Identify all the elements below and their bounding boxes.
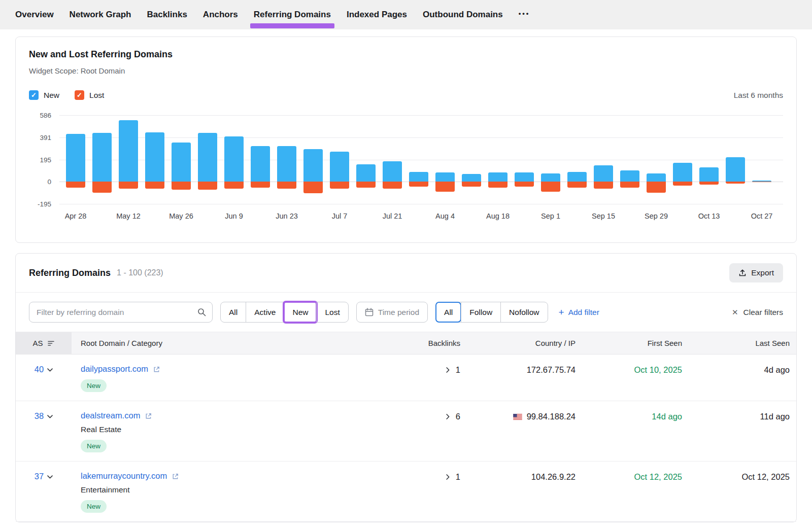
bar-group[interactable]: Aug 4: [435, 115, 455, 204]
search-icon[interactable]: [197, 308, 206, 316]
tab-indexed-pages[interactable]: Indexed Pages: [347, 0, 407, 29]
bar-group[interactable]: [567, 115, 587, 204]
as-cell[interactable]: 38: [16, 411, 72, 421]
domain-link[interactable]: lakemurraycountry.com: [81, 471, 167, 481]
bar-group[interactable]: Sep 15: [594, 115, 613, 204]
new-bar[interactable]: [356, 164, 376, 182]
follow-option-all[interactable]: All: [436, 302, 461, 322]
bar-group[interactable]: Jul 7: [330, 115, 349, 204]
lost-bar[interactable]: [277, 182, 296, 189]
legend-item-lost[interactable]: ✓ Lost: [75, 90, 104, 100]
lost-bar[interactable]: [66, 182, 85, 187]
new-bar[interactable]: [620, 170, 639, 182]
status-option-all[interactable]: All: [221, 302, 246, 322]
new-bar[interactable]: [172, 143, 191, 182]
lost-bar[interactable]: [198, 182, 217, 190]
export-button[interactable]: Export: [729, 263, 783, 282]
lost-bar[interactable]: [620, 182, 639, 187]
new-bar[interactable]: [567, 172, 587, 182]
bar-group[interactable]: Jun 23: [277, 115, 296, 204]
bar-group[interactable]: [409, 115, 428, 204]
tab-backlinks[interactable]: Backlinks: [147, 0, 187, 29]
follow-option-nofollow[interactable]: Nofollow: [500, 302, 547, 322]
lost-bar[interactable]: [594, 182, 613, 188]
new-bar[interactable]: [224, 136, 244, 182]
legend-item-new[interactable]: ✓ New: [29, 90, 59, 100]
bar-group[interactable]: [620, 115, 639, 204]
new-bar[interactable]: [409, 172, 428, 182]
bar-group[interactable]: Sep 29: [647, 115, 666, 204]
bar-group[interactable]: [515, 115, 534, 204]
lost-bar[interactable]: [541, 182, 560, 192]
chevron-right-icon[interactable]: [446, 474, 450, 480]
lost-bar[interactable]: [699, 182, 719, 185]
new-bar[interactable]: [488, 172, 507, 182]
new-bar[interactable]: [594, 165, 613, 182]
bar-group[interactable]: Apr 28: [66, 115, 85, 204]
add-filter-button[interactable]: + Add filter: [559, 307, 599, 317]
domain-filter-input[interactable]: [37, 308, 197, 317]
tab-overview[interactable]: Overview: [15, 0, 54, 29]
lost-bar[interactable]: [330, 182, 349, 189]
status-option-active[interactable]: Active: [246, 302, 284, 322]
lost-bar[interactable]: [726, 182, 745, 184]
bar-group[interactable]: [462, 115, 481, 204]
bar-group[interactable]: May 26: [172, 115, 191, 204]
lost-bar[interactable]: [356, 182, 376, 188]
tab-network-graph[interactable]: Network Graph: [70, 0, 131, 29]
new-bar[interactable]: [198, 133, 217, 182]
lost-bar[interactable]: [145, 182, 164, 189]
status-option-new[interactable]: New: [284, 302, 316, 322]
new-bar[interactable]: [647, 173, 666, 182]
as-cell[interactable]: 37: [16, 471, 72, 481]
lost-bar[interactable]: [752, 182, 771, 182]
bar-group[interactable]: [92, 115, 112, 204]
bar-group[interactable]: [726, 115, 745, 204]
lost-bar[interactable]: [172, 182, 191, 190]
bar-group[interactable]: [303, 115, 323, 204]
new-bar[interactable]: [726, 157, 745, 182]
new-bar[interactable]: [383, 161, 402, 182]
new-bar[interactable]: [541, 173, 560, 182]
lost-bar[interactable]: [383, 182, 402, 189]
external-link-icon[interactable]: [145, 412, 152, 420]
external-link-icon[interactable]: [153, 366, 160, 373]
bar-group[interactable]: Oct 27: [752, 115, 771, 204]
lost-bar[interactable]: [119, 182, 138, 188]
bar-group[interactable]: [673, 115, 692, 204]
lost-bar[interactable]: [224, 182, 244, 189]
bar-group[interactable]: [198, 115, 217, 204]
new-bar[interactable]: [119, 120, 138, 182]
lost-bar[interactable]: [567, 182, 587, 188]
new-bar[interactable]: [92, 133, 112, 182]
domain-link[interactable]: dailypassport.com: [81, 364, 148, 374]
column-header-as[interactable]: AS: [16, 332, 72, 354]
bar-group[interactable]: Sep 1: [541, 115, 560, 204]
lost-checkbox[interactable]: ✓: [75, 90, 84, 100]
bar-group[interactable]: Jun 9: [224, 115, 244, 204]
time-period-button[interactable]: Time period: [356, 302, 428, 323]
chevron-right-icon[interactable]: [446, 367, 450, 373]
tab-outbound-domains[interactable]: Outbound Domains: [423, 0, 503, 29]
bar-group[interactable]: Jul 21: [383, 115, 402, 204]
tab-referring-domains[interactable]: Referring Domains: [254, 0, 331, 29]
bar-group[interactable]: [356, 115, 376, 204]
lost-bar[interactable]: [92, 182, 112, 192]
new-checkbox[interactable]: ✓: [29, 90, 39, 100]
external-link-icon[interactable]: [172, 473, 179, 480]
lost-bar[interactable]: [673, 182, 692, 186]
lost-bar[interactable]: [515, 182, 534, 187]
lost-bar[interactable]: [409, 182, 428, 187]
bar-group[interactable]: Aug 18: [488, 115, 507, 204]
lost-bar[interactable]: [435, 182, 455, 192]
new-bar[interactable]: [277, 146, 296, 182]
more-tabs-button[interactable]: •••: [519, 0, 530, 29]
new-bar[interactable]: [145, 132, 164, 182]
clear-filters-button[interactable]: ✕ Clear filters: [732, 308, 783, 317]
new-bar[interactable]: [330, 152, 349, 182]
lost-bar[interactable]: [251, 182, 270, 188]
tab-anchors[interactable]: Anchors: [203, 0, 238, 29]
bar-group[interactable]: May 12: [119, 115, 138, 204]
lost-bar[interactable]: [488, 182, 507, 187]
new-bar[interactable]: [673, 163, 692, 182]
